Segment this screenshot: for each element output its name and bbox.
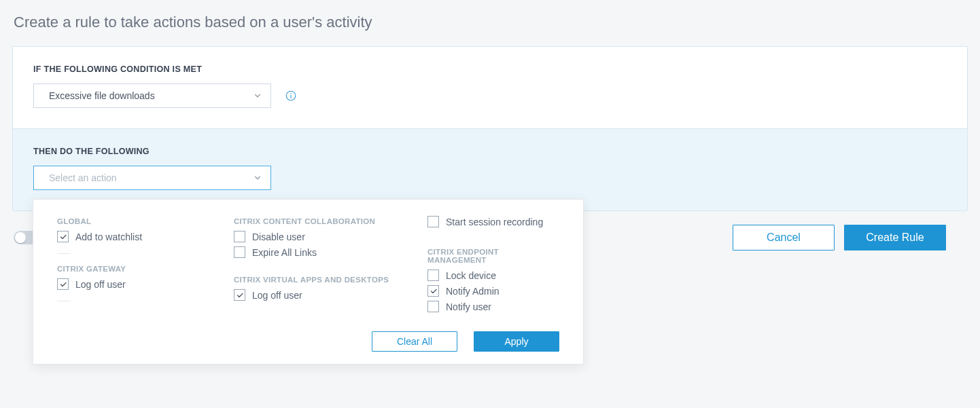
divider xyxy=(57,253,71,254)
action-select[interactable]: Select an action xyxy=(33,166,271,190)
option-disable-user[interactable]: Disable user xyxy=(234,231,393,242)
chevron-down-icon xyxy=(253,173,262,183)
option-notify-user[interactable]: Notify user xyxy=(427,301,559,312)
info-icon[interactable] xyxy=(285,90,297,102)
svg-point-1 xyxy=(290,93,292,94)
clear-all-button[interactable]: Clear All xyxy=(372,331,457,352)
option-start-recording[interactable]: Start session recording xyxy=(427,216,559,227)
checkbox-icon xyxy=(427,301,439,312)
group-label-global: GLOBAL xyxy=(57,217,200,225)
cancel-button[interactable]: Cancel xyxy=(733,225,835,251)
group-label-gateway: CITRIX GATEWAY xyxy=(57,265,200,273)
option-label: Start session recording xyxy=(446,217,543,227)
option-logoff-cvad[interactable]: Log off user xyxy=(234,289,393,301)
checkbox-icon xyxy=(427,270,439,281)
condition-section-label: IF THE FOLLOWING CONDITION IS MET xyxy=(33,64,947,74)
rule-card: IF THE FOLLOWING CONDITION IS MET Excess… xyxy=(12,46,968,211)
svg-rect-2 xyxy=(290,95,291,98)
option-notify-admin[interactable]: Notify Admin xyxy=(427,285,559,297)
group-label-cvad: CITRIX VIRTUAL APPS AND DESKTOPS xyxy=(234,276,393,284)
checkbox-icon xyxy=(234,246,245,258)
group-label-ccc: CITRIX CONTENT COLLABORATION xyxy=(234,217,393,225)
option-label: Lock device xyxy=(446,270,496,281)
action-placeholder: Select an action xyxy=(49,172,117,183)
condition-selected-value: Excessive file downloads xyxy=(49,90,155,101)
option-label: Notify Admin xyxy=(446,286,500,297)
condition-select[interactable]: Excessive file downloads xyxy=(33,84,271,108)
option-lock-device[interactable]: Lock device xyxy=(427,270,559,281)
option-logoff-gateway[interactable]: Log off user xyxy=(57,278,200,290)
option-label: Notify user xyxy=(446,301,491,312)
page-title: Create a rule to take actions based on a… xyxy=(14,14,968,31)
action-section-label: THEN DO THE FOLLOWING xyxy=(33,147,947,156)
checkbox-icon xyxy=(57,278,69,290)
divider xyxy=(57,301,71,301)
group-label-cem: CITRIX ENDPOINT MANAGEMENT xyxy=(427,248,559,264)
checkbox-icon xyxy=(427,285,439,297)
checkbox-icon xyxy=(234,231,245,242)
chevron-down-icon xyxy=(253,91,262,100)
action-section: THEN DO THE FOLLOWING Select an action xyxy=(13,128,967,210)
create-rule-button[interactable]: Create Rule xyxy=(844,225,946,251)
option-add-watchlist[interactable]: Add to watchlist xyxy=(57,231,200,242)
option-expire-links[interactable]: Expire All Links xyxy=(234,246,393,258)
apply-button[interactable]: Apply xyxy=(474,331,559,352)
action-dropdown-panel: GLOBAL Add to watchlist CITRIX GATEWAY L… xyxy=(33,199,584,365)
option-label: Add to watchlist xyxy=(75,231,142,242)
option-label: Log off user xyxy=(252,290,302,301)
option-label: Log off user xyxy=(75,279,126,290)
checkbox-icon xyxy=(57,231,69,242)
checkbox-icon xyxy=(427,216,439,227)
condition-section: IF THE FOLLOWING CONDITION IS MET Excess… xyxy=(13,47,967,128)
checkbox-icon xyxy=(234,289,245,301)
option-label: Expire All Links xyxy=(252,247,317,258)
option-label: Disable user xyxy=(252,231,305,242)
